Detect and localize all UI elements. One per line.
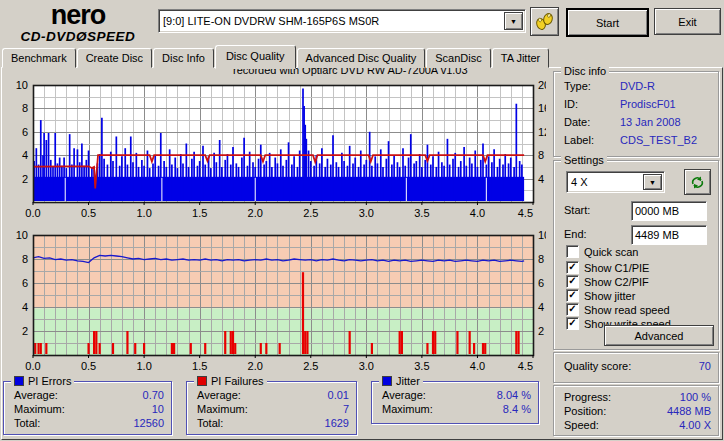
end-position-label: End: <box>564 228 587 240</box>
disc-info-group: Disc info Type:DVD-R ID:ProdiscF01 Date:… <box>553 71 719 157</box>
svg-text:20: 20 <box>538 79 546 91</box>
quality-score-box: Quality score: 70 <box>553 352 719 383</box>
svg-text:2.0: 2.0 <box>248 207 263 219</box>
svg-text:0.0: 0.0 <box>25 360 40 372</box>
checkbox-show-jitter[interactable]: ✓ Show jitter <box>566 289 635 302</box>
shoes-icon <box>535 12 554 31</box>
svg-text:16: 16 <box>538 102 546 114</box>
nero-logo-text: nero <box>2 2 154 29</box>
tab-disc-quality[interactable]: Disc Quality <box>215 45 296 69</box>
refresh-icon <box>690 175 705 190</box>
disc-type-value: DVD-R <box>620 80 655 92</box>
checkbox-show-c1-pie[interactable]: ✓ Show C1/PIE <box>566 261 649 274</box>
svg-text:0.5: 0.5 <box>81 360 96 372</box>
drive-select[interactable]: [9:0] LITE-ON DVDRW SHM-165P6S MS0R ▼ <box>158 9 526 33</box>
tab-ta-jitter[interactable]: TA Jitter <box>492 48 550 68</box>
start-button[interactable]: Start <box>566 8 649 37</box>
svg-text:2.0: 2.0 <box>248 360 263 372</box>
position-label: Position: <box>564 405 606 417</box>
advanced-button[interactable]: Advanced <box>604 325 714 346</box>
start-button-label: Start <box>596 17 619 29</box>
svg-text:3.0: 3.0 <box>359 360 374 372</box>
drive-select-value: [9:0] LITE-ON DVDRW SHM-165P6S MS0R <box>159 15 502 27</box>
disc-id-value: ProdiscF01 <box>620 98 676 110</box>
svg-text:0.0: 0.0 <box>25 207 40 219</box>
svg-text:4: 4 <box>538 173 544 185</box>
svg-text:10: 10 <box>16 79 28 91</box>
tab-create-disc[interactable]: Create Disc <box>77 48 152 68</box>
chevron-down-icon[interactable]: ▼ <box>504 12 523 30</box>
svg-text:6: 6 <box>538 277 544 289</box>
svg-text:1.5: 1.5 <box>192 360 207 372</box>
end-position-input[interactable]: 4489 MB <box>631 225 707 245</box>
svg-text:6: 6 <box>22 126 28 138</box>
pi-failures-title: PI Failures <box>211 375 264 387</box>
speed-label: Speed: <box>564 419 599 431</box>
svg-text:2: 2 <box>22 325 28 337</box>
svg-text:2.5: 2.5 <box>303 360 318 372</box>
cdspeed-logo-text: CD-DVDØSPEED <box>2 30 154 44</box>
scan-speed-select[interactable]: 4 X ▼ <box>566 171 665 193</box>
exit-button[interactable]: Exit <box>654 8 721 35</box>
start-position-label: Start: <box>564 204 590 216</box>
svg-text:6: 6 <box>22 277 28 289</box>
svg-text:4: 4 <box>538 301 544 313</box>
speed-value: 4.00 X <box>679 419 711 431</box>
svg-text:1.5: 1.5 <box>192 207 207 219</box>
settings-group: Settings 4 X ▼ Start: 0000 MB End: 4489 … <box>553 160 719 350</box>
jitter-swatch <box>382 376 392 386</box>
disc-label-label: Label: <box>564 134 594 146</box>
tab-benchmark[interactable]: Benchmark <box>2 48 76 68</box>
tab-bar: Benchmark Create Disc Disc Info Disc Qua… <box>2 48 550 68</box>
jitter-title: Jitter <box>396 375 420 387</box>
svg-text:8: 8 <box>538 253 544 265</box>
scan-speed-value: 4 X <box>567 176 641 188</box>
disc-type-label: Type: <box>564 80 591 92</box>
pi-errors-title: PI Errors <box>28 375 71 387</box>
jitter-stats-box: Jitter Average:8.04 % Maximum:8.4 % <box>371 381 539 424</box>
svg-text:3.5: 3.5 <box>414 207 429 219</box>
tab-scandisc[interactable]: ScanDisc <box>426 48 490 68</box>
pi-errors-swatch <box>14 376 24 386</box>
svg-text:4: 4 <box>22 301 28 313</box>
svg-text:3.5: 3.5 <box>414 360 429 372</box>
jitter-pif-chart: 1086421086420.00.51.01.52.02.53.03.54.04… <box>0 226 546 374</box>
disc-date-label: Date: <box>564 116 590 128</box>
svg-text:4.0: 4.0 <box>470 207 485 219</box>
disc-id-label: ID: <box>564 98 578 110</box>
progress-box: Progress:100 % Position:4488 MB Speed:4.… <box>553 385 719 436</box>
svg-text:1.0: 1.0 <box>136 207 151 219</box>
pi-errors-chart: 108642201612840.00.51.01.52.02.53.03.54.… <box>0 72 546 224</box>
svg-text:3.0: 3.0 <box>359 207 374 219</box>
disc-date-value: 13 Jan 2008 <box>620 116 681 128</box>
progress-label: Progress: <box>564 391 611 403</box>
disc-info-title: Disc info <box>561 65 609 77</box>
svg-text:8: 8 <box>22 253 28 265</box>
nero-logo: nero CD-DVDØSPEED <box>2 2 154 44</box>
svg-text:0.5: 0.5 <box>81 207 96 219</box>
svg-text:8: 8 <box>538 149 544 161</box>
checkbox-show-read-speed[interactable]: ✓ Show read speed <box>566 303 670 316</box>
tab-advanced-disc-quality[interactable]: Advanced Disc Quality <box>297 48 426 68</box>
chevron-down-icon[interactable]: ▼ <box>643 174 662 190</box>
quality-score-value: 70 <box>699 360 711 372</box>
progress-value: 100 % <box>680 391 711 403</box>
speed-test-icon-button[interactable] <box>530 7 559 36</box>
svg-text:10: 10 <box>538 229 546 241</box>
svg-text:8: 8 <box>22 102 28 114</box>
svg-text:4.5: 4.5 <box>518 207 533 219</box>
svg-text:2: 2 <box>538 325 544 337</box>
exit-button-label: Exit <box>678 16 696 28</box>
pi-failures-stats-box: PI Failures Average:0.01 Maximum:7 Total… <box>186 381 357 435</box>
position-value: 4488 MB <box>667 405 711 417</box>
svg-text:1.0: 1.0 <box>136 360 151 372</box>
svg-text:12: 12 <box>538 126 546 138</box>
checkbox-quick-scan[interactable]: Quick scan <box>566 245 638 258</box>
checkbox-show-c2-pif[interactable]: ✓ Show C2/PIF <box>566 275 649 288</box>
disc-label-value: CDS_TEST_B2 <box>620 134 697 146</box>
settings-title: Settings <box>561 154 607 166</box>
svg-text:10: 10 <box>16 229 28 241</box>
refresh-button[interactable] <box>684 169 711 195</box>
start-position-input[interactable]: 0000 MB <box>631 201 707 221</box>
tab-disc-info[interactable]: Disc Info <box>153 48 214 68</box>
